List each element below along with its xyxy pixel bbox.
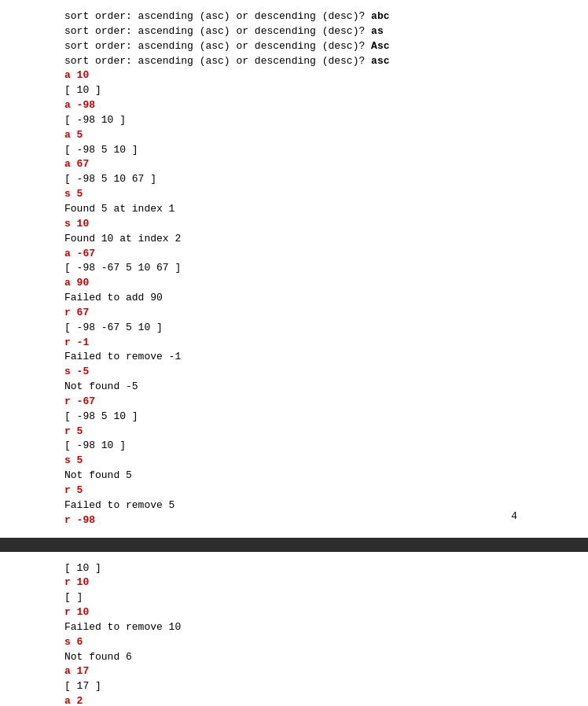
code-line: r -67 — [64, 395, 524, 410]
code-line: Found 10 at index 2 — [64, 232, 524, 247]
code-line: s 5 — [64, 187, 524, 202]
code-line: a 2 — [64, 694, 524, 706]
code-line: Not found -5 — [64, 380, 524, 395]
code-line: s 10 — [64, 217, 524, 232]
code-line: a -67 — [64, 247, 524, 262]
code-line: [ ] — [64, 590, 524, 605]
code-line: a 67 — [64, 157, 524, 172]
code-line: Not found 6 — [64, 650, 524, 665]
code-line: [ 10 ] — [64, 83, 524, 98]
code-line: sort order: ascending (asc) or descendin… — [64, 39, 524, 54]
code-line: Failed to remove 5 — [64, 498, 524, 513]
code-line: [ -98 10 ] — [64, 439, 524, 454]
code-line: [ -98 -67 5 10 ] — [64, 321, 524, 336]
code-line: sort order: ascending (asc) or descendin… — [64, 24, 524, 39]
code-line: r 67 — [64, 306, 524, 321]
code-line: [ 10 ] — [64, 561, 524, 576]
page-number: 4 — [511, 510, 517, 522]
code-line: a -98 — [64, 98, 524, 113]
code-line: Failed to add 90 — [64, 291, 524, 306]
code-line: [ -98 5 10 ] — [64, 410, 524, 425]
code-line: r -98 — [64, 513, 524, 528]
top-section: sort order: ascending (asc) or descendin… — [0, 0, 588, 538]
code-line: [ -98 10 ] — [64, 113, 524, 128]
code-line: Found 5 at index 1 — [64, 202, 524, 217]
code-line: a 10 — [64, 68, 524, 83]
bottom-section: [ 10 ]r 10[ ]r 10Failed to remove 10s 6N… — [0, 552, 588, 706]
code-line: [ -98 5 10 67 ] — [64, 172, 524, 187]
code-line: s 5 — [64, 454, 524, 469]
code-line: [ 17 ] — [64, 679, 524, 694]
code-line: Not found 5 — [64, 469, 524, 484]
code-line: s -5 — [64, 365, 524, 380]
code-line: a 90 — [64, 276, 524, 291]
code-line: r 5 — [64, 425, 524, 439]
code-line: sort order: ascending (asc) or descendin… — [64, 9, 524, 24]
code-line: [ -98 -67 5 10 67 ] — [64, 261, 524, 276]
section-divider — [0, 538, 588, 552]
bottom-code-block: [ 10 ]r 10[ ]r 10Failed to remove 10s 6N… — [0, 558, 588, 706]
code-line: Failed to remove -1 — [64, 350, 524, 365]
code-line: a 17 — [64, 664, 524, 679]
code-line: a 5 — [64, 128, 524, 143]
code-line: s 6 — [64, 635, 524, 650]
code-line: r 5 — [64, 484, 524, 498]
code-line: sort order: ascending (asc) or descendin… — [64, 54, 524, 69]
code-line: r 10 — [64, 575, 524, 590]
code-line: r -1 — [64, 336, 524, 351]
code-line: [ -98 5 10 ] — [64, 143, 524, 158]
top-code-block: sort order: ascending (asc) or descendin… — [0, 6, 588, 531]
code-line: Failed to remove 10 — [64, 620, 524, 635]
page-container: sort order: ascending (asc) or descendin… — [0, 0, 588, 706]
code-line: r 10 — [64, 605, 524, 620]
